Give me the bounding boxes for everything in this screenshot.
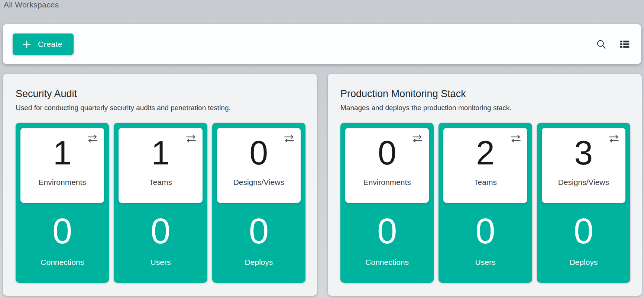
workspaces-toolbar: Create: [3, 24, 641, 64]
stat-count: 0: [574, 213, 593, 249]
stat-label: Connections: [41, 258, 84, 267]
workspace-card-security-audit: Security Audit Used for conducting quart…: [3, 74, 317, 296]
stat-label: Connections: [365, 258, 409, 267]
plus-icon: [22, 39, 32, 49]
workspace-stats-row: 1 Environments 0 Connections 1 Teams: [16, 123, 305, 283]
workspace-name: Production Monitoring Stack: [340, 89, 630, 100]
stat-teams-panel[interactable]: 1 Teams: [119, 128, 202, 203]
swap-horizontal-icon[interactable]: [185, 135, 197, 143]
create-button-label: Create: [38, 40, 62, 49]
workspace-card-production-monitoring-stack: Production Monitoring Stack Manages and …: [328, 74, 642, 296]
stat-label: Teams: [474, 178, 497, 187]
stat-card-environments: 0 Environments 0 Connections: [340, 123, 434, 283]
stat-count: 3: [574, 136, 593, 170]
stat-card-teams: 2 Teams 0 Users: [438, 123, 532, 283]
stat-count: 0: [377, 213, 397, 249]
stat-users-panel[interactable]: 0 Users: [443, 203, 527, 267]
stat-environments-panel[interactable]: 0 Environments: [345, 128, 429, 203]
stat-connections-panel[interactable]: 0 Connections: [20, 203, 104, 267]
swap-horizontal-icon[interactable]: [411, 135, 423, 143]
stat-count: 1: [53, 136, 72, 170]
page-title: All Workspaces: [4, 0, 59, 9]
stat-connections-panel[interactable]: 0 Connections: [345, 203, 429, 267]
stat-environments-panel[interactable]: 1 Environments: [20, 128, 104, 203]
search-icon[interactable]: [595, 38, 608, 51]
swap-horizontal-icon[interactable]: [608, 135, 620, 143]
stat-deploys-panel[interactable]: 0 Deploys: [217, 203, 301, 267]
workspace-stats-row: 0 Environments 0 Connections 2 Teams: [340, 123, 630, 283]
stat-card-environments: 1 Environments 0 Connections: [16, 123, 109, 283]
stat-card-designs-views: 3 Designs/Views 0 Deploys: [537, 123, 630, 283]
stat-count: 0: [475, 213, 495, 249]
stat-label: Deploys: [245, 258, 273, 267]
stat-users-panel[interactable]: 0 Users: [119, 203, 202, 267]
stat-label: Teams: [149, 178, 172, 187]
stat-label: Environments: [38, 178, 86, 187]
stat-count: 0: [151, 213, 170, 249]
stat-teams-panel[interactable]: 2 Teams: [443, 128, 527, 203]
stat-designs-views-panel[interactable]: 0 Designs/Views: [217, 128, 301, 203]
stat-label: Deploys: [569, 258, 598, 267]
stat-label: Designs/Views: [233, 178, 284, 187]
workspace-description: Used for conducting quarterly security a…: [16, 104, 305, 112]
toolbar-icon-group: [595, 38, 631, 51]
workspace-description: Manages and deploys the production monit…: [340, 104, 630, 112]
stat-designs-views-panel[interactable]: 3 Designs/Views: [542, 128, 625, 203]
list-view-icon[interactable]: [618, 38, 631, 51]
stat-count: 0: [249, 213, 269, 249]
workspace-name: Security Audit: [16, 89, 305, 100]
stat-label: Environments: [363, 178, 411, 187]
stat-label: Designs/Views: [558, 178, 609, 187]
swap-horizontal-icon[interactable]: [87, 135, 98, 143]
stat-deploys-panel[interactable]: 0 Deploys: [542, 203, 625, 267]
stat-label: Users: [151, 258, 171, 267]
swap-horizontal-icon[interactable]: [510, 135, 522, 143]
create-workspace-button[interactable]: Create: [13, 33, 74, 55]
stat-card-designs-views: 0 Designs/Views 0 Deploys: [212, 123, 305, 283]
stat-count: 0: [249, 136, 268, 170]
stat-count: 2: [476, 136, 495, 170]
swap-horizontal-icon[interactable]: [283, 135, 295, 143]
stat-card-teams: 1 Teams 0 Users: [114, 123, 207, 283]
workspaces-grid: Security Audit Used for conducting quart…: [3, 74, 642, 296]
stat-count: 0: [378, 136, 397, 170]
stat-label: Users: [475, 258, 496, 267]
stat-count: 1: [151, 136, 170, 170]
stat-count: 0: [52, 213, 72, 249]
